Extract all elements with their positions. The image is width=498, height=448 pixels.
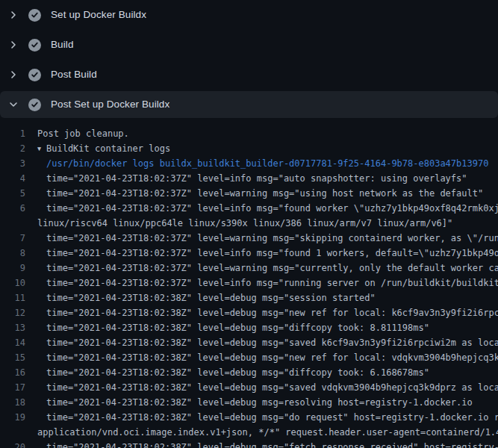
status-check-icon bbox=[28, 39, 41, 52]
log-area: 1Post job cleanup.2▼BuildKit container l… bbox=[0, 119, 498, 448]
chevron-right-icon bbox=[7, 9, 19, 21]
log-line: 16time="2021-04-23T18:02:38Z" level=debu… bbox=[0, 365, 498, 380]
log-text: linux/riscv64 linux/ppc64le linux/s390x … bbox=[37, 218, 452, 228]
log-line: 7time="2021-04-23T18:02:37Z" level=warni… bbox=[0, 231, 498, 246]
log-line: 12time="2021-04-23T18:02:38Z" level=debu… bbox=[0, 305, 498, 320]
log-line: 5time="2021-04-23T18:02:37Z" level=warni… bbox=[0, 186, 498, 201]
log-text: time="2021-04-23T18:02:38Z" level=debug … bbox=[46, 335, 498, 348]
log-line: 15time="2021-04-23T18:02:38Z" level=debu… bbox=[0, 350, 498, 365]
log-text: time="2021-04-23T18:02:37Z" level=info m… bbox=[46, 246, 498, 258]
section-title: Build bbox=[51, 39, 74, 51]
chevron-down-icon bbox=[7, 99, 19, 111]
section-title: Set up Docker Buildx bbox=[51, 9, 146, 21]
line-number[interactable]: 16 bbox=[0, 365, 25, 380]
section-header-post-build[interactable]: Post Build bbox=[0, 60, 498, 90]
log-line: 1Post job cleanup. bbox=[0, 126, 498, 141]
line-number[interactable]: 4 bbox=[0, 171, 25, 186]
log-group-header-row: 2▼BuildKit container logs bbox=[0, 141, 498, 156]
command-text: /usr/bin/docker logs buildx_buildkit_bui… bbox=[46, 158, 488, 169]
log-line: 10time="2021-04-23T18:02:37Z" level=info… bbox=[0, 276, 498, 290]
log-line: 14time="2021-04-23T18:02:38Z" level=debu… bbox=[0, 335, 498, 350]
section-header-set-up-docker-buildx[interactable]: Set up Docker Buildx bbox=[0, 0, 498, 30]
line-number[interactable]: 8 bbox=[0, 246, 25, 261]
line-number[interactable]: 14 bbox=[0, 335, 25, 350]
line-number[interactable]: 15 bbox=[0, 350, 25, 365]
log-line: 18time="2021-04-23T18:02:38Z" level=debu… bbox=[0, 395, 498, 410]
line-number[interactable]: 9 bbox=[0, 261, 25, 276]
status-check-icon bbox=[28, 99, 41, 111]
workflow-log-viewer: Set up Docker Buildx Build Post Build bbox=[0, 0, 498, 448]
chevron-right-icon bbox=[7, 39, 19, 51]
log-text: time="2021-04-23T18:02:38Z" level=debug … bbox=[46, 305, 498, 318]
log-line: 8time="2021-04-23T18:02:37Z" level=info … bbox=[0, 246, 498, 261]
status-check-icon bbox=[28, 69, 41, 81]
line-number[interactable]: 10 bbox=[0, 276, 25, 290]
log-text: time="2021-04-23T18:02:38Z" level=debug … bbox=[46, 440, 498, 448]
collapse-triangle-icon: ▼ bbox=[37, 141, 46, 156]
section-title: Post Build bbox=[51, 69, 97, 81]
log-line: 13time="2021-04-23T18:02:38Z" level=debu… bbox=[0, 320, 498, 335]
line-number[interactable]: 7 bbox=[0, 231, 25, 246]
log-line: linux/riscv64 linux/ppc64le linux/s390x … bbox=[0, 216, 498, 231]
line-number[interactable]: 6 bbox=[0, 201, 25, 216]
log-text: time="2021-04-23T18:02:38Z" level=debug … bbox=[46, 395, 473, 408]
line-number[interactable]: 5 bbox=[0, 186, 25, 201]
log-text: time="2021-04-23T18:02:37Z" level=info m… bbox=[46, 201, 498, 214]
log-line: 17time="2021-04-23T18:02:38Z" level=debu… bbox=[0, 380, 498, 395]
line-number[interactable]: 20 bbox=[0, 440, 25, 448]
log-text: application/vnd.oci.image.index.v1+json,… bbox=[37, 427, 498, 438]
line-number[interactable]: 11 bbox=[0, 290, 25, 305]
log-text: time="2021-04-23T18:02:37Z" level=warnin… bbox=[46, 261, 498, 273]
log-text: time="2021-04-23T18:02:38Z" level=debug … bbox=[46, 365, 429, 378]
log-text: time="2021-04-23T18:02:37Z" level=info m… bbox=[46, 171, 467, 184]
line-number[interactable]: 13 bbox=[0, 320, 25, 335]
log-line: application/vnd.oci.image.index.v1+json,… bbox=[0, 425, 498, 440]
status-check-icon bbox=[28, 9, 41, 22]
log-text: Post job cleanup. bbox=[37, 128, 129, 139]
group-toggle[interactable]: ▼BuildKit container logs bbox=[37, 143, 170, 154]
log-text: time="2021-04-23T18:02:38Z" level=debug … bbox=[46, 410, 498, 423]
line-number[interactable]: 2 bbox=[0, 141, 25, 156]
log-line: 19time="2021-04-23T18:02:38Z" level=debu… bbox=[0, 410, 498, 425]
section-header-post-set-up-docker-buildx[interactable]: Post Set up Docker Buildx bbox=[0, 91, 498, 118]
line-number[interactable]: 17 bbox=[0, 380, 25, 395]
section-title: Post Set up Docker Buildx bbox=[51, 99, 169, 111]
line-number[interactable]: 3 bbox=[0, 156, 25, 171]
log-line: 11time="2021-04-23T18:02:38Z" level=debu… bbox=[0, 290, 498, 305]
line-number[interactable]: 12 bbox=[0, 305, 25, 320]
log-text: time="2021-04-23T18:02:37Z" level=warnin… bbox=[46, 186, 483, 199]
line-number[interactable]: 1 bbox=[0, 126, 25, 141]
log-text: time="2021-04-23T18:02:37Z" level=warnin… bbox=[46, 231, 498, 243]
log-text: time="2021-04-23T18:02:38Z" level=debug … bbox=[46, 320, 429, 333]
log-text: time="2021-04-23T18:02:38Z" level=debug … bbox=[46, 290, 376, 303]
log-line: 9time="2021-04-23T18:02:37Z" level=warni… bbox=[0, 261, 498, 276]
chevron-right-icon bbox=[7, 69, 19, 81]
log-line: 20time="2021-04-23T18:02:38Z" level=debu… bbox=[0, 440, 498, 448]
log-line: 4time="2021-04-23T18:02:37Z" level=info … bbox=[0, 171, 498, 186]
log-text: time="2021-04-23T18:02:38Z" level=debug … bbox=[46, 350, 498, 363]
section-header-build[interactable]: Build bbox=[0, 30, 498, 60]
log-line: 3/usr/bin/docker logs buildx_buildkit_bu… bbox=[0, 156, 498, 171]
log-line: 6time="2021-04-23T18:02:37Z" level=info … bbox=[0, 201, 498, 216]
line-number[interactable]: 18 bbox=[0, 395, 25, 410]
steps-list: Set up Docker Buildx Build Post Build bbox=[0, 0, 498, 118]
line-number[interactable]: 19 bbox=[0, 410, 25, 425]
log-text: time="2021-04-23T18:02:37Z" level=info m… bbox=[46, 276, 498, 288]
log-text: time="2021-04-23T18:02:38Z" level=debug … bbox=[46, 380, 498, 393]
